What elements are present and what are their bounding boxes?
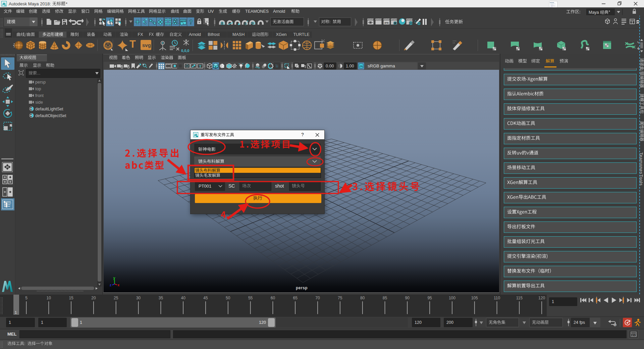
svg-text:IPR: IPR <box>384 21 389 24</box>
svg-text:50: 50 <box>226 296 230 300</box>
svg-text:5: 5 <box>25 296 28 300</box>
svg-text:95: 95 <box>427 296 432 300</box>
svg-text:{;}: {;} <box>632 334 637 337</box>
svg-text:25: 25 <box>114 296 118 300</box>
svg-text:60: 60 <box>271 296 275 300</box>
svg-text:105: 105 <box>471 296 478 300</box>
svg-text:85: 85 <box>383 296 387 300</box>
svg-text:45: 45 <box>203 296 208 300</box>
svg-text:15: 15 <box>69 296 73 300</box>
svg-text:90: 90 <box>405 296 410 300</box>
svg-text:1: 1 <box>614 323 615 327</box>
svg-text:65: 65 <box>293 296 298 300</box>
svg-text:55: 55 <box>248 296 253 300</box>
svg-text:z: z <box>110 283 111 287</box>
svg-text:30: 30 <box>136 296 141 300</box>
svg-text:T: T <box>199 64 202 68</box>
svg-text:70: 70 <box>315 296 320 300</box>
svg-text:80: 80 <box>360 296 365 300</box>
svg-text:100: 100 <box>449 296 455 300</box>
svg-text:20: 20 <box>91 296 96 300</box>
svg-text:75: 75 <box>338 296 342 300</box>
svg-text:40: 40 <box>181 296 186 300</box>
svg-text:110: 110 <box>494 296 500 300</box>
svg-text:35: 35 <box>159 296 163 300</box>
svg-text:115: 115 <box>516 296 523 300</box>
svg-text:x: x <box>118 283 120 287</box>
svg-text:y: y <box>113 276 116 280</box>
svg-text:120: 120 <box>538 296 545 300</box>
svg-text:MAYA: MAYA <box>4 5 7 6</box>
svg-text:1: 1 <box>15 310 17 314</box>
svg-text:10: 10 <box>47 296 51 300</box>
svg-text:ON: ON <box>359 65 363 67</box>
svg-text:?: ? <box>189 19 193 26</box>
